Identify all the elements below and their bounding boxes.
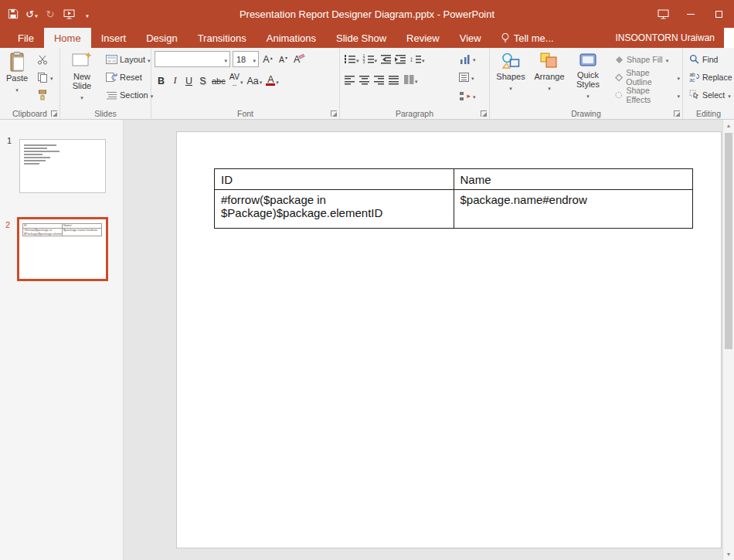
format-painter-button[interactable] bbox=[35, 86, 56, 104]
columns-button[interactable] bbox=[402, 72, 419, 87]
font-color-button[interactable]: A bbox=[264, 73, 280, 89]
chevron-down-icon bbox=[240, 76, 243, 87]
bullets-button[interactable] bbox=[343, 51, 360, 66]
underline-button[interactable]: U bbox=[182, 73, 195, 89]
reset-label: Reset bbox=[120, 73, 142, 82]
text-shadow-button[interactable]: S bbox=[196, 73, 209, 89]
select-label: Select bbox=[702, 90, 725, 100]
chevron-down-icon bbox=[15, 84, 19, 93]
shape-effects-button[interactable]: Shape Effects bbox=[612, 87, 682, 102]
scroll-down-arrow[interactable] bbox=[723, 548, 734, 560]
text-direction-button[interactable] bbox=[457, 50, 477, 67]
slide-thumbnail-2[interactable]: ID Name #forrow($package in $Package)$pa… bbox=[17, 217, 108, 281]
display-settings-button[interactable] bbox=[649, 0, 677, 28]
character-spacing-button[interactable]: AV bbox=[228, 73, 245, 89]
decrease-indent-button[interactable] bbox=[379, 53, 392, 65]
tab-transitions[interactable]: Transitions bbox=[188, 28, 257, 48]
chevron-down-icon bbox=[356, 52, 359, 66]
slide-editor-area[interactable]: ID Name #forrow($package in $Package)$pa… bbox=[124, 120, 722, 560]
layout-button[interactable]: Layout bbox=[104, 51, 155, 67]
font-color-swatch bbox=[266, 83, 275, 86]
vertical-scrollbar[interactable] bbox=[722, 120, 734, 560]
align-text-button[interactable] bbox=[457, 69, 477, 86]
redo-icon bbox=[46, 8, 55, 19]
strikethrough-button[interactable]: abc bbox=[210, 73, 227, 89]
align-right-button[interactable] bbox=[372, 74, 386, 86]
select-button[interactable]: Select bbox=[687, 87, 734, 102]
paragraph-row-1 bbox=[343, 51, 426, 66]
scrollbar-thumb[interactable] bbox=[725, 133, 732, 349]
arrange-button[interactable]: Arrange bbox=[530, 49, 569, 107]
slide-canvas[interactable]: ID Name #forrow($package in $Package)$pa… bbox=[176, 131, 722, 548]
bold-letter: B bbox=[158, 76, 165, 87]
copy-button[interactable] bbox=[35, 68, 56, 86]
group-clipboard: Paste Clipboard bbox=[0, 48, 60, 119]
start-from-beginning-button[interactable] bbox=[60, 4, 77, 24]
slide-thumbnail-1[interactable] bbox=[19, 139, 106, 193]
table-cell-name[interactable]: $package.name#endrow bbox=[454, 190, 693, 229]
customize-quick-access-button[interactable] bbox=[79, 4, 96, 24]
undo-button[interactable] bbox=[23, 4, 40, 24]
user-account[interactable]: INSOONTORN Uraiwan bbox=[616, 28, 724, 48]
replace-button[interactable]: abac Replace bbox=[687, 70, 734, 84]
save-button[interactable] bbox=[5, 4, 22, 24]
section-button[interactable]: Section bbox=[104, 87, 155, 103]
cut-button[interactable] bbox=[35, 50, 56, 68]
shape-outline-button[interactable]: Shape Outline bbox=[612, 70, 682, 84]
tab-file[interactable]: File bbox=[8, 28, 44, 48]
drawing-right-buttons: Shape Fill Shape Outline Shape Effects bbox=[612, 52, 682, 102]
convert-to-smartart-button[interactable] bbox=[457, 87, 477, 104]
tell-me-box[interactable]: Tell me... bbox=[491, 28, 563, 48]
group-label-font: Font bbox=[151, 109, 339, 118]
chevron-down-icon bbox=[35, 8, 38, 20]
table-header-name[interactable]: Name bbox=[454, 169, 693, 190]
line-spacing-button[interactable] bbox=[409, 51, 426, 66]
paste-button[interactable]: Paste bbox=[2, 49, 32, 107]
group-label-drawing: Drawing bbox=[490, 109, 682, 118]
font-size-select[interactable]: 18 bbox=[233, 51, 259, 67]
new-slide-button[interactable]: New Slide bbox=[63, 49, 100, 107]
table-header-id[interactable]: ID bbox=[215, 169, 454, 190]
scissors-icon bbox=[37, 54, 48, 65]
align-left-icon bbox=[344, 75, 355, 85]
tab-view[interactable]: View bbox=[450, 28, 491, 48]
monitor-icon bbox=[658, 9, 669, 19]
replace-label: Replace bbox=[702, 73, 732, 82]
clear-formatting-button[interactable]: A bbox=[292, 51, 308, 67]
reset-button[interactable]: Reset bbox=[104, 69, 155, 85]
quick-styles-label: Quick Styles bbox=[570, 70, 606, 89]
slide-thumbnail-panel[interactable]: 1 2 ID Name bbox=[0, 120, 124, 560]
align-left-button[interactable] bbox=[343, 74, 356, 86]
shape-effects-label: Shape Effects bbox=[626, 86, 674, 104]
tab-insert[interactable]: Insert bbox=[91, 28, 137, 48]
quick-styles-button[interactable]: Quick Styles bbox=[569, 49, 607, 107]
group-label-slides: Slides bbox=[60, 109, 151, 118]
table-cell-id[interactable]: #forrow($package in $Package)$package.el… bbox=[215, 190, 454, 229]
bold-button[interactable]: B bbox=[155, 73, 168, 89]
paragraph-right-buttons bbox=[457, 50, 477, 104]
tab-design[interactable]: Design bbox=[136, 28, 187, 48]
slide-table[interactable]: ID Name #forrow($package in $Package)$pa… bbox=[214, 168, 693, 229]
change-case-button[interactable]: Aa bbox=[246, 73, 264, 89]
paragraph-row-2 bbox=[343, 72, 419, 87]
increase-indent-button[interactable] bbox=[394, 53, 407, 65]
tab-slide-show[interactable]: Slide Show bbox=[326, 28, 396, 48]
redo-button[interactable] bbox=[42, 4, 59, 24]
tab-animations[interactable]: Animations bbox=[257, 28, 326, 48]
chevron-down-icon bbox=[548, 83, 551, 92]
shape-fill-button[interactable]: Shape Fill bbox=[612, 52, 682, 66]
numbering-button[interactable] bbox=[362, 51, 379, 66]
shapes-button[interactable]: Shapes bbox=[491, 49, 530, 107]
tab-home[interactable]: Home bbox=[44, 28, 91, 48]
align-center-button[interactable] bbox=[358, 74, 371, 86]
minimize-button[interactable] bbox=[677, 0, 705, 28]
maximize-button[interactable] bbox=[705, 0, 732, 28]
find-button[interactable]: Find bbox=[687, 52, 734, 66]
italic-button[interactable]: I bbox=[168, 73, 182, 89]
increase-font-size-button[interactable]: A bbox=[261, 51, 274, 67]
scroll-up-arrow[interactable] bbox=[723, 120, 734, 131]
font-name-select[interactable] bbox=[155, 51, 230, 67]
justify-button[interactable] bbox=[387, 74, 400, 86]
decrease-font-size-button[interactable]: A bbox=[277, 51, 290, 67]
tab-review[interactable]: Review bbox=[396, 28, 450, 48]
